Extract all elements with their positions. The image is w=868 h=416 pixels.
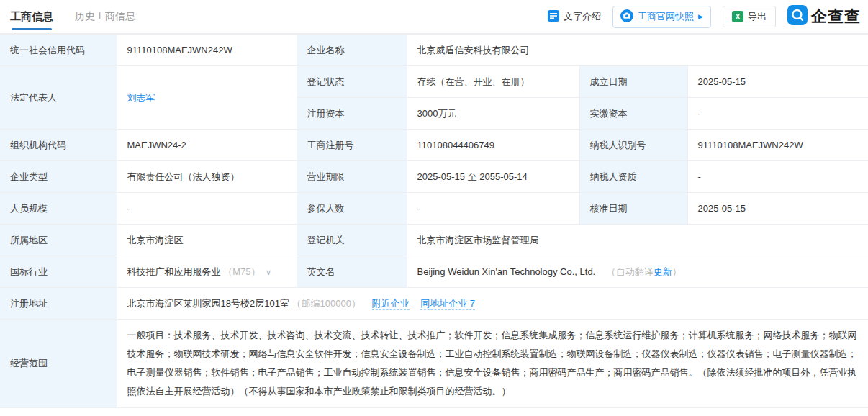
table-row: 统一社会信用代码 91110108MAEJWN242W 企业名称 北京威盾信安科… [0,35,868,66]
table-row: 企业类型 有限责任公司（法人独资） 营业期限 2025-05-15 至 2055… [0,161,868,193]
company-name-value: 北京威盾信安科技有限公司 [407,35,868,66]
camera-icon [620,9,633,24]
text-intro-label: 文字介绍 [564,10,601,23]
industry-name: 科技推广和应用服务业 [127,266,221,277]
address-label: 注册地址 [0,288,117,320]
table-row: 注册地址 北京市海淀区莱圳家园18号楼2层101室 （邮编100000） 附近企… [0,288,868,320]
address-postcode: （邮编100000） [292,298,361,309]
excel-icon: X [732,11,743,22]
tab-bar: 工商信息 历史工商信息 [10,0,135,33]
taxpayer-quality-label: 纳税人资质 [579,161,687,193]
chevron-down-icon[interactable]: ∨ [266,268,271,276]
business-info-table: 统一社会信用代码 91110108MAEJWN242W 企业名称 北京威盾信安科… [0,34,868,408]
credit-code-value: 91110108MAEJWN242W [117,35,297,66]
region-label: 所属地区 [0,225,117,256]
region-value: 北京市海淀区 [117,225,297,256]
auto-translate-note-close: ） [672,266,682,277]
qichacha-logo-text: 企查查 [811,6,861,27]
header-bar: 工商信息 历史工商信息 文字介绍 工商官网快照 ▶ X 导出 企查查 [0,0,868,34]
qichacha-logo-icon [787,5,808,28]
industry-value: 科技推广和应用服务业 （M75） ∨ [117,256,297,288]
reg-capital-label: 注册资本 [297,98,407,130]
table-row: 法定代表人 刘志军 登记状态 存续（在营、开业、在册） 成立日期 2025-05… [0,66,868,98]
establish-date-value: 2025-05-15 [687,66,868,98]
staff-size-label: 人员规模 [0,193,117,225]
taxpayer-quality-value: - [687,161,868,193]
table-row: 国标行业 科技推广和应用服务业 （M75） ∨ 英文名 Beijing Weid… [0,256,868,288]
export-label: 导出 [748,10,767,23]
english-name-value: Beijing Weidun Xin'an Technology Co., Lt… [407,256,868,288]
export-button[interactable]: X 导出 [723,6,776,27]
table-row: 人员规模 - 参保人数 - 核准日期 2025-05-15 [0,193,868,225]
reg-number-value: 110108044406749 [407,130,579,161]
reg-status-value: 存续（在营、开业、在册） [407,66,579,98]
table-row: 组织机构代码 MAEJWN24-2 工商注册号 110108044406749 … [0,130,868,161]
nearby-companies-link[interactable]: 附近企业 [372,298,410,310]
org-code-value: MAEJWN24-2 [117,130,297,161]
legal-rep-value: 刘志军 [117,66,297,130]
org-code-label: 组织机构代码 [0,130,117,161]
table-row: 所属地区 北京市海淀区 登记机关 北京市海淀区市场监督管理局 [0,225,868,256]
legal-rep-link[interactable]: 刘志军 [127,92,155,103]
industry-label: 国标行业 [0,256,117,288]
approval-date-label: 核准日期 [579,193,687,225]
paid-capital-label: 实缴资本 [579,98,687,130]
same-address-companies-link[interactable]: 同地址企业 7 [420,298,475,310]
tab-business-info[interactable]: 工商信息 [10,0,53,33]
toolbar: 文字介绍 工商官网快照 ▶ X 导出 企查查 [548,5,861,28]
reg-status-label: 登记状态 [297,66,407,98]
text-intro-button[interactable]: 文字介绍 [548,10,601,24]
company-type-value: 有限责任公司（法人独资） [117,161,297,193]
english-name-text: Beijing Weidun Xin'an Technology Co., Lt… [417,266,596,277]
translate-update-link[interactable]: 更新 [654,266,672,277]
play-arrow-icon: ▶ [698,14,703,20]
english-name-label: 英文名 [297,256,407,288]
approval-date-value: 2025-05-15 [687,193,868,225]
business-scope-label: 经营范围 [0,320,117,408]
text-lines-icon [548,10,559,24]
qichacha-logo: 企查查 [787,5,861,28]
industry-code: （M75） [223,266,260,277]
establish-date-label: 成立日期 [579,66,687,98]
taxpayer-id-value: 91110108MAEJWN242W [687,130,868,161]
paid-capital-value: - [687,98,868,130]
credit-code-label: 统一社会信用代码 [0,35,117,66]
insured-count-label: 参保人数 [297,193,407,225]
business-term-value: 2025-05-15 至 2055-05-14 [407,161,579,193]
auto-translate-note: （自动翻译 [607,266,654,277]
staff-size-value: - [117,193,297,225]
snapshot-label: 工商官网快照 [638,10,694,23]
tab-history-business-info[interactable]: 历史工商信息 [75,0,135,33]
reg-capital-value: 3000万元 [407,98,579,130]
table-row: 经营范围 一般项目：技术服务、技术开发、技术咨询、技术交流、技术转让、技术推广；… [0,320,868,408]
legal-rep-label: 法定代表人 [0,66,117,130]
reg-number-label: 工商注册号 [297,130,407,161]
company-type-label: 企业类型 [0,161,117,193]
address-text: 北京市海淀区莱圳家园18号楼2层101室 [127,298,289,309]
taxpayer-id-label: 纳税人识别号 [579,130,687,161]
reg-authority-label: 登记机关 [297,225,407,256]
business-term-label: 营业期限 [297,161,407,193]
official-snapshot-button[interactable]: 工商官网快照 ▶ [612,6,711,28]
business-scope-value: 一般项目：技术服务、技术开发、技术咨询、技术交流、技术转让、技术推广；软件开发；… [117,320,868,408]
address-value: 北京市海淀区莱圳家园18号楼2层101室 （邮编100000） 附近企业 同地址… [117,288,868,320]
insured-count-value: - [407,193,579,225]
reg-authority-value: 北京市海淀区市场监督管理局 [407,225,868,256]
company-name-label: 企业名称 [297,35,407,66]
